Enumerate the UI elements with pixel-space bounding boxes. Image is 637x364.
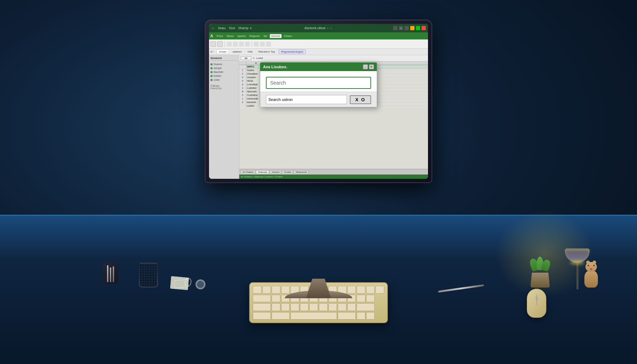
tab-olle[interactable]: Olle <box>246 50 255 54</box>
teddy-head <box>585 262 597 272</box>
toolbar-separator2 <box>252 41 252 47</box>
ribbon-logo: Λ <box>210 34 213 38</box>
dialog-search-option-input[interactable] <box>266 95 347 104</box>
toolbar-icon6[interactable] <box>245 42 250 47</box>
toolbar <box>209 39 428 49</box>
tab-satteen[interactable]: satteen <box>230 50 244 54</box>
menu-bar: Λ Price Nloos Apetro Reipctor tler Homne… <box>209 32 428 39</box>
lamp-head <box>565 248 590 263</box>
menu-item-reipctor[interactable]: Reipctor <box>248 34 262 38</box>
dialog-footer: X O <box>260 92 377 107</box>
toolbar-separator <box>225 41 225 47</box>
menu-item-price[interactable]: Price <box>215 34 224 38</box>
dialog-close-btn[interactable]: ✕ <box>369 64 374 69</box>
menu-item-apetro[interactable]: Apetro <box>236 34 247 38</box>
dialog-title: Aea Lisubox. <box>263 65 287 69</box>
pen-holder <box>103 263 118 284</box>
back-arrow-icon[interactable]: ← <box>211 26 215 31</box>
tab-regnactex[interactable]: Regnactexninged <box>279 49 306 54</box>
toolbar-icon1[interactable] <box>210 41 216 47</box>
window-icon3 <box>405 26 409 30</box>
trash-can <box>139 263 158 288</box>
lamp-pole <box>577 257 579 289</box>
dialog-min-btn[interactable]: – <box>363 64 368 69</box>
dialog-overlay: Aea Lisubox. – ✕ <box>209 55 428 179</box>
toolbar-icon9[interactable] <box>266 42 271 47</box>
toolbar-icon8[interactable] <box>260 42 265 47</box>
toolbar-icon2[interactable] <box>217 41 223 47</box>
toolbar-icon7[interactable] <box>254 42 259 47</box>
window-title: diantonk.cBest ←→ <box>304 26 333 30</box>
window-min-btn[interactable] <box>410 26 414 30</box>
pen-2 <box>110 267 111 282</box>
toolbar-icon5[interactable] <box>239 42 244 47</box>
dialog-action-button[interactable]: X O <box>350 95 371 104</box>
app-title-right: Sharop ∨ <box>238 26 252 30</box>
teddy-nose <box>590 268 592 270</box>
teddy-eye-right <box>593 265 595 266</box>
app-title-mid: tGor <box>229 26 236 30</box>
teddy-eye-left <box>588 265 589 266</box>
plant <box>530 257 550 288</box>
teddy-body <box>584 271 598 288</box>
plant-pot <box>530 273 550 288</box>
toolbar-icon3[interactable] <box>227 42 232 47</box>
teddy-ear-left <box>586 261 590 264</box>
window-max-btn[interactable] <box>416 26 420 30</box>
toolbar-icon4[interactable] <box>233 42 238 47</box>
lamp-bulb-glow <box>570 261 584 264</box>
tab-irroan[interactable]: Irroan <box>216 49 229 54</box>
menu-item-gnam[interactable]: GNam <box>282 34 293 38</box>
tab-rlenterm[interactable]: Rlenterm 'foy <box>256 50 277 54</box>
desk-paper <box>170 276 189 290</box>
pen-1 <box>107 265 108 282</box>
window-icon1 <box>393 26 397 30</box>
menu-item-nloos[interactable]: Nloos <box>225 34 235 38</box>
pen-3 <box>113 266 114 282</box>
monitor-screen: ← beau. tGor Sharop ∨ diantonk.cBest ←→ … <box>209 24 428 179</box>
app-title-left: beau. <box>218 26 226 30</box>
ribbon-tabs-row: A↑ Irroan satteen Olle Rlenterm 'foy Reg… <box>209 49 428 55</box>
excel-title-bar: ← beau. tGor Sharop ∨ diantonk.cBest ←→ … <box>209 24 428 32</box>
dialog-box: Aea Lisubox. – ✕ <box>260 62 377 107</box>
menu-item-tler[interactable]: tler <box>262 34 269 38</box>
dialog-title-bar: Aea Lisubox. – ✕ <box>260 63 377 71</box>
dialog-search-input[interactable] <box>266 77 371 89</box>
dialog-body <box>260 71 377 92</box>
window-close-btn[interactable] <box>422 26 426 30</box>
excel-app: ← beau. tGor Sharop ∨ diantonk.cBest ←→ … <box>209 24 428 179</box>
mouse-scroll-wheel <box>536 296 538 301</box>
window-add-btn[interactable]: + <box>399 26 403 30</box>
main-area: Sindutol Duanes dclcpat libactniln <box>209 55 428 179</box>
teddy-bear <box>584 262 598 288</box>
teddy-ear-right <box>593 261 596 264</box>
mouse[interactable] <box>527 289 546 318</box>
magnifier <box>196 279 205 289</box>
menu-item-homne[interactable]: Homne <box>270 34 282 38</box>
monitor-frame: ← beau. tGor Sharop ∨ diantonk.cBest ←→ … <box>205 20 432 183</box>
ribbon-nav-icon: A↑ <box>210 50 214 53</box>
